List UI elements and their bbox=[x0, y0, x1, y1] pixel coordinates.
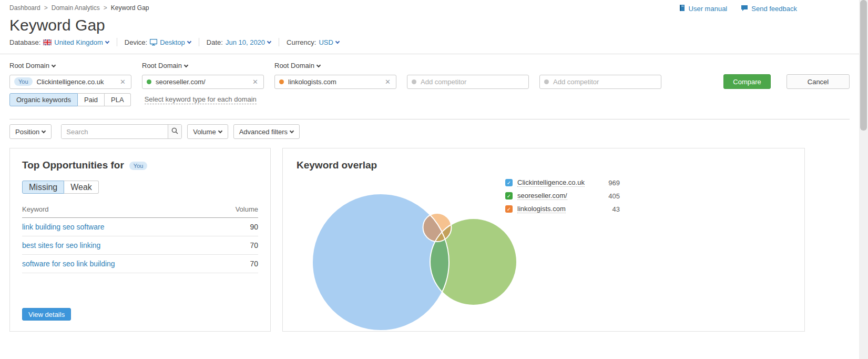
legend-label[interactable]: Clickintelligence.co.uk bbox=[517, 178, 585, 187]
send-feedback-link[interactable]: Send feedback bbox=[741, 4, 797, 13]
compare-button[interactable]: Compare bbox=[723, 74, 771, 89]
volume-value: 70 bbox=[211, 255, 258, 273]
report-filters: Database: United Kingdom Device: Desktop bbox=[9, 37, 859, 47]
chevron-down-icon bbox=[187, 39, 191, 44]
you-badge: You bbox=[129, 162, 148, 170]
checkbox-checked-icon[interactable] bbox=[505, 205, 513, 213]
root-domain-dropdown-1[interactable]: Root Domain bbox=[9, 62, 131, 69]
legend-row: linkologists.com 43 bbox=[505, 205, 620, 213]
scrollbar-thumb[interactable] bbox=[860, 0, 867, 131]
search-button[interactable] bbox=[168, 125, 181, 138]
cancel-button[interactable]: Cancel bbox=[787, 74, 850, 89]
currency-value: USD bbox=[319, 38, 333, 46]
breadcrumb: Dashboard>Domain Analytics>Keyword Gap bbox=[9, 4, 149, 13]
filter-toolbar: Position Volume Advanced filters bbox=[9, 124, 859, 139]
root-domain-label: Root Domain bbox=[142, 62, 182, 69]
legend-label[interactable]: linkologists.com bbox=[517, 205, 566, 213]
chevron-down-icon bbox=[335, 39, 340, 44]
device-filter: Device: Desktop bbox=[125, 38, 191, 46]
device-selector[interactable]: Desktop bbox=[150, 38, 191, 46]
volume-filter-button[interactable]: Volume bbox=[187, 124, 228, 139]
root-domain-dropdown-3[interactable]: Root Domain bbox=[274, 62, 396, 69]
header-links: User manual Send feedback bbox=[679, 4, 850, 13]
date-value: Jun 10, 2020 bbox=[226, 38, 265, 46]
close-icon[interactable] bbox=[384, 78, 392, 86]
legend-value: 43 bbox=[612, 205, 620, 213]
volume-value: 90 bbox=[211, 218, 258, 236]
vertical-scrollbar[interactable] bbox=[859, 0, 868, 359]
domain-input-competitor-2[interactable]: linkologists.com bbox=[274, 75, 396, 89]
search-icon bbox=[171, 127, 178, 136]
gray-dot-icon bbox=[412, 79, 416, 84]
domain-text: seoreseller.com/ bbox=[156, 78, 251, 86]
date-selector[interactable]: Jun 10, 2020 bbox=[226, 38, 271, 46]
book-icon bbox=[679, 4, 686, 13]
keyword-link[interactable]: software for seo link building bbox=[22, 260, 115, 268]
chevron-down-icon bbox=[105, 39, 109, 44]
device-value: Desktop bbox=[160, 38, 185, 46]
search-box bbox=[61, 124, 182, 139]
domain-inputs-row: You Clickintelligence.co.uk seoreseller.… bbox=[9, 74, 850, 89]
database-label: Database: bbox=[9, 38, 40, 46]
user-manual-label: User manual bbox=[689, 5, 728, 13]
advanced-filters-label: Advanced filters bbox=[239, 128, 288, 136]
keyword-type-row: Organic keywords Paid PLA Select keyword… bbox=[9, 93, 850, 106]
add-competitor-input-1[interactable] bbox=[407, 75, 529, 89]
database-value: United Kingdom bbox=[54, 38, 103, 46]
user-manual-link[interactable]: User manual bbox=[679, 4, 728, 13]
send-feedback-label: Send feedback bbox=[751, 5, 797, 13]
add-competitor-input-2[interactable] bbox=[539, 75, 661, 89]
chevron-down-icon bbox=[184, 63, 188, 67]
domain-input-you[interactable]: You Clickintelligence.co.uk bbox=[9, 75, 131, 89]
chevron-down-icon bbox=[316, 63, 321, 67]
speech-bubble-icon bbox=[741, 5, 748, 13]
checkbox-checked-icon[interactable] bbox=[505, 179, 513, 186]
tab-paid[interactable]: Paid bbox=[78, 93, 105, 106]
advanced-filters-button[interactable]: Advanced filters bbox=[233, 124, 300, 139]
table-row: link building seo software 90 bbox=[22, 218, 258, 236]
database-selector[interactable]: United Kingdom bbox=[43, 38, 109, 46]
currency-selector[interactable]: USD bbox=[319, 38, 339, 46]
close-icon[interactable] bbox=[119, 78, 127, 86]
domain-type-labels: Root Domain Root Domain Root Domain bbox=[9, 62, 850, 69]
close-icon[interactable] bbox=[251, 78, 259, 86]
top-opportunities-title: Top Opportunities for bbox=[22, 159, 124, 171]
breadcrumb-keyword-gap: Keyword Gap bbox=[111, 4, 149, 12]
add-competitor-field[interactable] bbox=[421, 78, 524, 86]
tab-weak[interactable]: Weak bbox=[64, 181, 99, 194]
device-label: Device: bbox=[125, 38, 147, 46]
keyword-gap-page: Dashboard>Domain Analytics>Keyword Gap U… bbox=[0, 0, 868, 359]
table-row: software for seo link building 70 bbox=[22, 255, 258, 273]
chevron-down-icon bbox=[267, 39, 271, 44]
root-domain-dropdown-2[interactable]: Root Domain bbox=[142, 62, 264, 69]
domain-input-competitor-1[interactable]: seoreseller.com/ bbox=[142, 75, 264, 89]
volume-column-header: Volume bbox=[211, 205, 258, 218]
tab-organic-keywords[interactable]: Organic keywords bbox=[9, 93, 78, 106]
checkbox-checked-icon[interactable] bbox=[505, 192, 513, 200]
legend-label[interactable]: seoreseller.com/ bbox=[517, 192, 567, 200]
keyword-column-header: Keyword bbox=[22, 205, 211, 218]
overlap-legend: Clickintelligence.co.uk 969 seoreseller.… bbox=[505, 178, 620, 218]
domain-text: Clickintelligence.co.uk bbox=[37, 78, 119, 86]
currency-label: Currency: bbox=[287, 38, 316, 46]
opportunities-table: Keyword Volume link building seo softwar… bbox=[22, 205, 258, 273]
breadcrumb-dashboard[interactable]: Dashboard bbox=[9, 4, 40, 12]
keyword-link[interactable]: link building seo software bbox=[22, 223, 104, 231]
tab-missing[interactable]: Missing bbox=[22, 181, 64, 194]
filter-separator bbox=[279, 38, 279, 46]
tab-pla[interactable]: PLA bbox=[105, 93, 131, 106]
keyword-link[interactable]: best sites for seo linking bbox=[22, 241, 100, 250]
add-competitor-field[interactable] bbox=[553, 78, 657, 86]
you-badge: You bbox=[14, 77, 33, 86]
position-filter-button[interactable]: Position bbox=[9, 124, 52, 139]
domain-text: linkologists.com bbox=[288, 78, 384, 86]
breadcrumb-separator: > bbox=[104, 4, 107, 12]
top-opportunities-card: Top Opportunities for You Missing Weak K… bbox=[9, 148, 271, 332]
select-keyword-type-link[interactable]: Select keyword type for each domain bbox=[145, 95, 257, 104]
breadcrumb-domain-analytics[interactable]: Domain Analytics bbox=[52, 4, 100, 12]
legend-row: seoreseller.com/ 405 bbox=[505, 192, 620, 200]
view-details-button[interactable]: View details bbox=[22, 308, 71, 321]
chevron-down-icon bbox=[52, 63, 56, 67]
top-bar: Dashboard>Domain Analytics>Keyword Gap U… bbox=[0, 0, 859, 13]
search-input[interactable] bbox=[62, 125, 168, 138]
